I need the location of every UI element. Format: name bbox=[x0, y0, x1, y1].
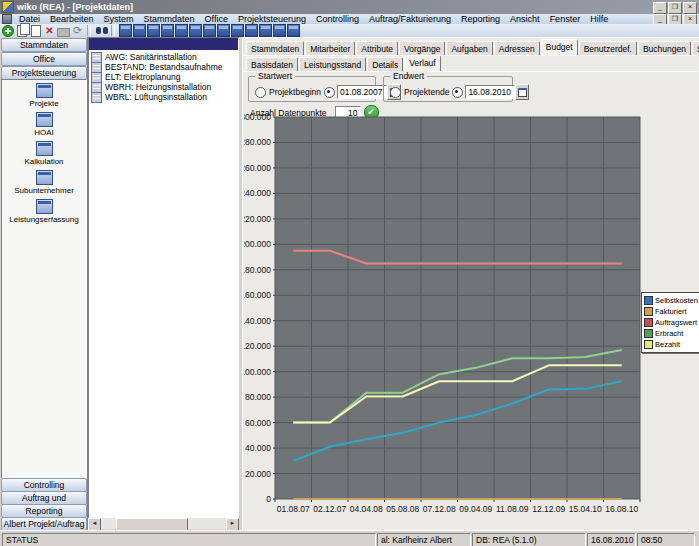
module-6-icon[interactable] bbox=[189, 25, 202, 37]
tab-mitarbeiter[interactable]: Mitarbeiter bbox=[305, 41, 355, 55]
startwert-legend: Startwert bbox=[255, 71, 295, 81]
svg-text:04.04.08: 04.04.08 bbox=[350, 504, 383, 514]
tab-attribute[interactable]: Attribute bbox=[356, 41, 398, 55]
sidebar-group-office[interactable]: Office bbox=[1, 52, 87, 66]
list-item[interactable]: WBRH: Heizungsinstallation bbox=[90, 82, 211, 92]
svg-text:200.000: 200.000 bbox=[244, 239, 271, 249]
leistungserfassung-icon bbox=[36, 199, 53, 214]
sidebar-group-stammdaten[interactable]: Stammdaten bbox=[1, 38, 87, 52]
svg-text:240.000: 240.000 bbox=[244, 188, 271, 198]
copy-icon[interactable] bbox=[15, 25, 28, 37]
enddatum-radio[interactable] bbox=[452, 87, 463, 98]
menu-item-stammdaten[interactable]: Stammdaten bbox=[139, 14, 200, 24]
tab-strip-main: Stammdaten Mitarbeiter Attribute Vorgäng… bbox=[246, 39, 699, 55]
menu-item-auftrag-fakturierung[interactable]: Auftrag/Fakturierung bbox=[364, 14, 456, 24]
sidebar-group-albert-projekt-auftrag[interactable]: Albert Projekt/Auftrag bbox=[1, 517, 87, 531]
svg-text:80.000: 80.000 bbox=[245, 392, 271, 402]
selected-list-row[interactable] bbox=[89, 38, 238, 50]
startwert-date-field[interactable]: 01.08.2007 bbox=[337, 85, 387, 99]
new-icon[interactable] bbox=[1, 25, 14, 37]
tab-verlauf[interactable]: Verlauf bbox=[404, 55, 440, 71]
module-12-icon[interactable] bbox=[273, 25, 286, 37]
list-item[interactable]: BESTAND: Bestandsaufnahme bbox=[90, 62, 223, 72]
restore-button[interactable]: ❐ bbox=[668, 2, 682, 14]
sidebar-group-reporting[interactable]: Reporting bbox=[1, 504, 87, 518]
module-3-icon[interactable] bbox=[147, 25, 160, 37]
status-date: 16.08.2010 bbox=[587, 533, 636, 546]
projektende-radio[interactable] bbox=[390, 87, 401, 98]
svg-text:60.000: 60.000 bbox=[245, 418, 271, 428]
tab-aufgaben[interactable]: Aufgaben bbox=[446, 41, 492, 55]
tab-subunternehmer[interactable]: Subunternehmer bbox=[692, 41, 699, 55]
menu-item-controlling[interactable]: Controlling bbox=[311, 14, 364, 24]
menu-item-office[interactable]: Office bbox=[200, 14, 233, 24]
module-2-icon[interactable] bbox=[133, 25, 146, 37]
sidebar-item-projekte[interactable]: Projekte bbox=[2, 83, 86, 108]
list-item[interactable]: AWG: Sanitärinstallation bbox=[90, 52, 197, 62]
menu-item-bearbeiten[interactable]: Bearbeiten bbox=[45, 14, 99, 24]
module-1-icon[interactable] bbox=[119, 25, 132, 37]
paste-icon[interactable] bbox=[29, 25, 42, 37]
tab-buchungen[interactable]: Buchungen bbox=[638, 41, 691, 55]
tab-adressen[interactable]: Adressen bbox=[494, 41, 540, 55]
list-item[interactable]: WBRL: Lüftungsinstallation bbox=[90, 92, 207, 102]
module-7-icon[interactable] bbox=[203, 25, 216, 37]
module-11-icon[interactable] bbox=[259, 25, 272, 37]
horizontal-scrollbar[interactable]: ◄ ► bbox=[88, 518, 239, 529]
legend-item: Bezahlt bbox=[644, 339, 698, 350]
sidebar-item-leistungserfassung[interactable]: Leistungserfassung bbox=[2, 199, 86, 224]
module-13-icon[interactable] bbox=[287, 25, 300, 37]
tab-leistungsstand[interactable]: Leistungsstand bbox=[299, 57, 366, 71]
budget-verlauf-chart: 300.000280.000260.000240.000220.000200.0… bbox=[244, 111, 699, 529]
toolbar: ✕ ⟳ bbox=[0, 24, 699, 37]
projektbeginn-radio[interactable] bbox=[255, 87, 266, 98]
module-8-icon[interactable] bbox=[217, 25, 230, 37]
menu-item-projektsteuerung[interactable]: Projektsteuerung bbox=[233, 14, 311, 24]
calendar-button[interactable] bbox=[515, 84, 529, 100]
startdatum-radio[interactable] bbox=[324, 87, 335, 98]
module-4-icon[interactable] bbox=[161, 25, 174, 37]
menu-item-system[interactable]: System bbox=[99, 14, 139, 24]
title-bar: wiko (REA) - [Projektdaten] bbox=[0, 0, 699, 14]
tab-stammdaten[interactable]: Stammdaten bbox=[246, 41, 304, 55]
endwert-legend: Endwert bbox=[390, 71, 427, 81]
svg-text:15.04.10: 15.04.10 bbox=[569, 504, 602, 514]
search-icon[interactable] bbox=[95, 25, 108, 37]
module-5-icon[interactable] bbox=[175, 25, 188, 37]
sidebar-group-auftrag-fakturierung[interactable]: Auftrag und Fakturierung bbox=[1, 491, 87, 505]
svg-text:120.000: 120.000 bbox=[244, 341, 271, 351]
module-9-icon[interactable] bbox=[231, 25, 244, 37]
legend-swatch bbox=[644, 318, 653, 327]
module-10-icon[interactable] bbox=[245, 25, 258, 37]
tab-details[interactable]: Details bbox=[367, 57, 403, 71]
svg-text:100.000: 100.000 bbox=[244, 367, 271, 377]
sidebar-item-subunternehmer[interactable]: Subunternehmer bbox=[2, 170, 86, 195]
minimize-button[interactable]: _ bbox=[653, 2, 667, 14]
sidebar-group-projektsteuerung[interactable]: Projektsteuerung bbox=[1, 66, 87, 80]
sidebar-item-hoai[interactable]: HOAI bbox=[2, 112, 86, 137]
toolbar-separator bbox=[87, 25, 91, 36]
svg-text:05.08.08: 05.08.08 bbox=[386, 504, 419, 514]
list-item[interactable]: ELT: Elektroplanung bbox=[90, 72, 180, 82]
sidebar-item-kalkulation[interactable]: Kalkulation bbox=[2, 141, 86, 166]
tab-basisdaten[interactable]: Basisdaten bbox=[246, 57, 298, 71]
tab-benutzerdef[interactable]: Benutzerdef. bbox=[579, 41, 637, 55]
refresh-icon[interactable]: ⟳ bbox=[71, 25, 84, 37]
sidebar-group-controlling[interactable]: Controlling bbox=[1, 478, 87, 492]
tab-budget[interactable]: Budget bbox=[541, 39, 578, 55]
status-time: 08:50 bbox=[637, 533, 695, 546]
close-button[interactable]: × bbox=[683, 2, 697, 14]
endwert-date-field[interactable]: 16.08.2010 bbox=[465, 85, 515, 99]
tab-vorgaenge[interactable]: Vorgänge bbox=[399, 41, 445, 55]
legend-item: Auftragswert bbox=[644, 317, 698, 328]
delete-icon[interactable]: ✕ bbox=[43, 25, 56, 37]
legend-swatch bbox=[644, 340, 653, 349]
menu-item-reporting[interactable]: Reporting bbox=[456, 14, 505, 24]
svg-text:07.12.08: 07.12.08 bbox=[423, 504, 456, 514]
menu-item-fenster[interactable]: Fenster bbox=[545, 14, 586, 24]
menu-item-ansicht[interactable]: Ansicht bbox=[505, 14, 545, 24]
hoai-icon bbox=[36, 112, 53, 127]
print-icon[interactable] bbox=[57, 25, 70, 37]
project-icon bbox=[91, 92, 102, 103]
menu-item-hilfe[interactable]: Hilfe bbox=[585, 14, 613, 24]
